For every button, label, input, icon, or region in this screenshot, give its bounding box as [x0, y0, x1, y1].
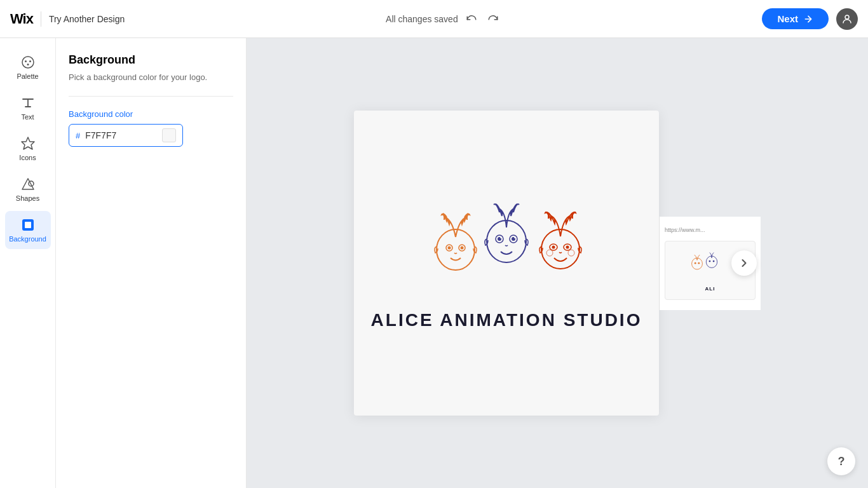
svg-point-19 — [500, 237, 501, 238]
preview-mini-svg — [685, 249, 736, 281]
page-title: Try Another Design — [49, 14, 125, 24]
logo-company-name: ALICE ANIMATION STUDIO — [371, 310, 642, 330]
palette-label: Palette — [17, 72, 38, 80]
topbar: Wix Try Another Design All changes saved… — [0, 0, 868, 38]
help-button[interactable]: ? — [827, 447, 855, 475]
svg-point-12 — [448, 247, 451, 250]
logo-card: ALICE ANIMATION STUDIO — [354, 111, 659, 416]
user-icon — [841, 13, 853, 25]
svg-point-20 — [514, 237, 515, 238]
icon-sidebar: Palette Text Icons Shapes — [0, 38, 56, 488]
svg-point-0 — [845, 15, 849, 19]
panel-subtitle: Pick a background color for your logo. — [69, 72, 233, 83]
svg-point-24 — [552, 246, 555, 249]
palette-icon — [20, 55, 36, 70]
svg-point-3 — [29, 60, 31, 62]
topbar-left: Wix Try Another Design — [10, 11, 125, 27]
svg-point-1 — [22, 57, 34, 68]
svg-rect-8 — [25, 222, 31, 228]
panel-title: Background — [69, 53, 233, 67]
canvas-area: ALICE ANIMATION STUDIO https://www.m... — [247, 38, 868, 488]
color-hash: # — [76, 131, 80, 140]
chevron-right-icon — [738, 257, 750, 269]
svg-point-13 — [461, 247, 464, 250]
canvas-with-side: ALICE ANIMATION STUDIO https://www.m... — [247, 38, 868, 488]
text-label: Text — [21, 113, 34, 121]
svg-point-25 — [566, 246, 569, 249]
preview-mini-logo-text: ALI — [705, 286, 715, 292]
color-hex-input[interactable] — [85, 130, 157, 140]
sidebar-item-background[interactable]: Background — [5, 211, 51, 249]
redo-button[interactable] — [485, 11, 501, 27]
sidebar-item-shapes[interactable]: Shapes — [5, 170, 51, 208]
next-label: Next — [777, 13, 798, 24]
icons-icon — [20, 136, 36, 151]
svg-point-29 — [694, 262, 696, 264]
next-button[interactable]: Next — [762, 8, 829, 29]
sidebar-item-text[interactable]: Text — [5, 89, 51, 127]
next-preview-button[interactable] — [731, 250, 757, 276]
sidebar-item-palette[interactable]: Palette — [5, 48, 51, 86]
text-icon — [20, 95, 36, 111]
topbar-right: Next — [762, 8, 858, 30]
anime-characters-svg — [405, 196, 608, 297]
icons-label: Icons — [19, 154, 36, 161]
background-icon — [20, 217, 36, 233]
undo-button[interactable] — [463, 11, 480, 27]
undo-icon — [466, 13, 477, 25]
preview-url: https://www.m... — [665, 227, 756, 233]
svg-point-4 — [27, 64, 29, 65]
svg-point-32 — [709, 260, 710, 262]
user-avatar-button[interactable] — [836, 8, 858, 30]
wix-logo: Wix — [10, 11, 33, 27]
field-label: Background color — [69, 109, 233, 119]
shapes-label: Shapes — [16, 194, 39, 202]
color-swatch[interactable] — [162, 128, 176, 142]
svg-point-33 — [712, 260, 714, 262]
logo-illustration — [405, 196, 608, 297]
svg-point-27 — [568, 250, 574, 256]
svg-point-26 — [546, 250, 553, 256]
shapes-icon — [20, 177, 36, 192]
svg-marker-5 — [22, 137, 34, 149]
topbar-center: All changes saved — [125, 11, 762, 27]
topbar-divider — [41, 11, 41, 27]
sidebar-item-icons[interactable]: Icons — [5, 130, 51, 168]
changes-saved-text: All changes saved — [386, 14, 458, 24]
color-input-row[interactable]: # — [69, 124, 183, 147]
help-label: ? — [838, 455, 845, 468]
panel-divider — [69, 96, 233, 97]
svg-point-30 — [698, 262, 700, 264]
background-panel: Background Pick a background color for y… — [56, 38, 247, 488]
next-arrow-icon — [803, 14, 813, 24]
svg-point-2 — [25, 60, 27, 62]
main-layout: Palette Text Icons Shapes — [0, 38, 868, 488]
redo-icon — [487, 13, 499, 25]
background-label: Background — [9, 235, 46, 243]
